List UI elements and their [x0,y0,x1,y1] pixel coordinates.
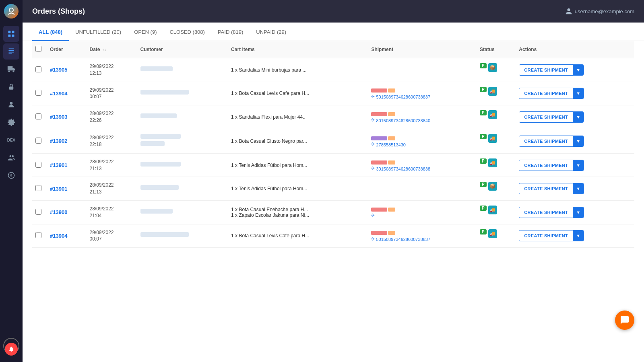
sidebar-icon-shipping[interactable] [3,61,19,77]
svg-point-9 [8,70,10,72]
create-shipment-main[interactable]: CREATE SHIPMENT [519,65,573,75]
status-badge-p: P [480,63,487,68]
create-shipment-main[interactable]: CREATE SHIPMENT [519,136,573,146]
sidebar-icon-user[interactable] [3,97,19,113]
order-date: 28/09/202221:13 [86,153,137,177]
status-badge-truck: 🚚 [488,229,497,238]
svg-rect-3 [8,35,11,37]
create-shipment-dropdown[interactable]: ▼ [573,136,584,146]
customer-cell [137,200,228,224]
row-checkbox[interactable] [35,232,41,238]
svg-rect-1 [8,31,11,33]
create-shipment-button[interactable]: CREATE SHIPMENT ▼ [519,64,584,76]
create-shipment-button[interactable]: CREATE SHIPMENT ▼ [519,183,584,194]
select-all-checkbox[interactable] [35,46,41,52]
create-shipment-button[interactable]: CREATE SHIPMENT ▼ [519,136,584,147]
notification-button[interactable] [5,343,18,356]
user-icon [565,8,572,15]
tab-closed[interactable]: CLOSED (808) [163,23,211,41]
create-shipment-dropdown[interactable]: ▼ [573,112,584,122]
create-shipment-main[interactable]: CREATE SHIPMENT [519,88,573,99]
status-cell: P🚚 [477,105,516,124]
tab-open[interactable]: OPEN (9) [128,23,163,41]
order-date: 28/09/202221:13 [86,177,137,201]
chat-button[interactable] [615,311,634,330]
create-shipment-main[interactable]: CREATE SHIPMENT [519,112,573,122]
cart-items-cell: 1 x Tenis Adidas Fútbol para Hom... [228,177,368,201]
orders-table-wrapper: Order Date ↑↓ Customer Cart items Shipme… [23,41,644,248]
create-shipment-dropdown[interactable]: ▼ [573,65,584,75]
order-link[interactable]: #13901 [50,162,67,168]
svg-point-12 [10,102,13,105]
table-row: #1390529/09/202212:131 x Sandalias Mini … [32,58,634,82]
sidebar-icon-dashboard[interactable] [3,26,19,42]
svg-rect-7 [8,52,14,53]
col-date[interactable]: Date ↑↓ [86,41,137,58]
status-cell: P📦 [477,177,516,195]
create-shipment-main[interactable]: CREATE SHIPMENT [519,230,573,241]
username: username@example.com [575,8,634,14]
logo-circle [4,4,19,19]
tab-unpaid[interactable]: UNPAID (29) [250,23,293,41]
order-date: 29/09/202200:07 [86,224,137,248]
create-shipment-main[interactable]: CREATE SHIPMENT [519,207,573,218]
create-shipment-button[interactable]: CREATE SHIPMENT ▼ [519,88,584,99]
order-link[interactable]: #13903 [50,114,67,120]
tab-all[interactable]: ALL (848) [32,23,69,41]
customer-cell [137,58,228,82]
row-checkbox[interactable] [35,162,41,168]
table-row: #1390128/09/202221:131 x Tenis Adidas Fú… [32,153,634,177]
sidebar-icon-billing[interactable] [3,167,19,183]
order-link[interactable]: #13901 [50,186,67,192]
actions-cell: CREATE SHIPMENT ▼ [516,129,634,153]
cart-items-cell: 1 x Sandalias Mini burbujas para ... [228,58,368,82]
row-checkbox[interactable] [35,185,41,191]
tab-paid[interactable]: PAID (819) [211,23,250,41]
row-checkbox[interactable] [35,113,41,119]
create-shipment-main[interactable]: CREATE SHIPMENT [519,160,573,171]
status-badge-truck: 🚚 [488,134,497,143]
orders-table: Order Date ↑↓ Customer Cart items Shipme… [32,41,634,248]
topbar: Orders (Shops) username@example.com [23,0,644,23]
create-shipment-dropdown[interactable]: ▼ [573,230,584,241]
create-shipment-dropdown[interactable]: ▼ [573,88,584,99]
status-badge-box: 📦 [488,63,497,72]
sidebar-icon-settings[interactable] [3,114,19,130]
tab-unfulfilled[interactable]: UNFULFILLED (20) [69,23,128,41]
table-row: #1390028/09/202221:041 x Bota Casual Ene… [32,200,634,224]
create-shipment-dropdown[interactable]: ▼ [573,183,584,194]
shipment-cell: ✈ 301508973462860​0738838 [368,153,477,177]
create-shipment-button[interactable]: CREATE SHIPMENT ▼ [519,230,584,241]
order-link[interactable]: #13904 [50,90,67,97]
row-checkbox[interactable] [35,138,41,144]
shipment-cell: ✈ 801508973462860​0738840 [368,105,477,129]
status-cell: P🚚 [477,129,516,148]
create-shipment-dropdown[interactable]: ▼ [573,160,584,171]
sidebar-icon-orders[interactable] [3,43,19,60]
sidebar-icon-dev[interactable]: DEV [3,132,19,148]
status-badge-p: P [480,206,487,211]
order-link[interactable]: #13905 [50,67,67,73]
logo[interactable] [0,0,23,23]
svg-point-10 [12,70,14,72]
page-title: Orders (Shops) [32,7,565,16]
row-checkbox[interactable] [35,90,41,96]
svg-rect-2 [12,31,14,33]
order-link[interactable]: #13904 [50,233,67,239]
status-badge-truck: 🚚 [488,158,497,167]
order-link[interactable]: #13902 [50,138,67,144]
create-shipment-button[interactable]: CREATE SHIPMENT ▼ [519,111,584,123]
row-checkbox[interactable] [35,66,41,72]
order-link[interactable]: #13900 [50,209,67,215]
row-checkbox[interactable] [35,209,41,215]
sidebar-icon-lock[interactable] [3,79,19,95]
create-shipment-button[interactable]: CREATE SHIPMENT ▼ [519,207,584,218]
status-badge-p: P [480,87,487,92]
actions-cell: CREATE SHIPMENT ▼ [516,82,634,105]
status-cell: P📦 [477,58,516,77]
create-shipment-main[interactable]: CREATE SHIPMENT [519,183,573,194]
sidebar-icon-team[interactable] [3,150,19,166]
create-shipment-dropdown[interactable]: ▼ [573,207,584,218]
status-cell: P🚚 [477,201,516,219]
create-shipment-button[interactable]: CREATE SHIPMENT ▼ [519,160,584,171]
